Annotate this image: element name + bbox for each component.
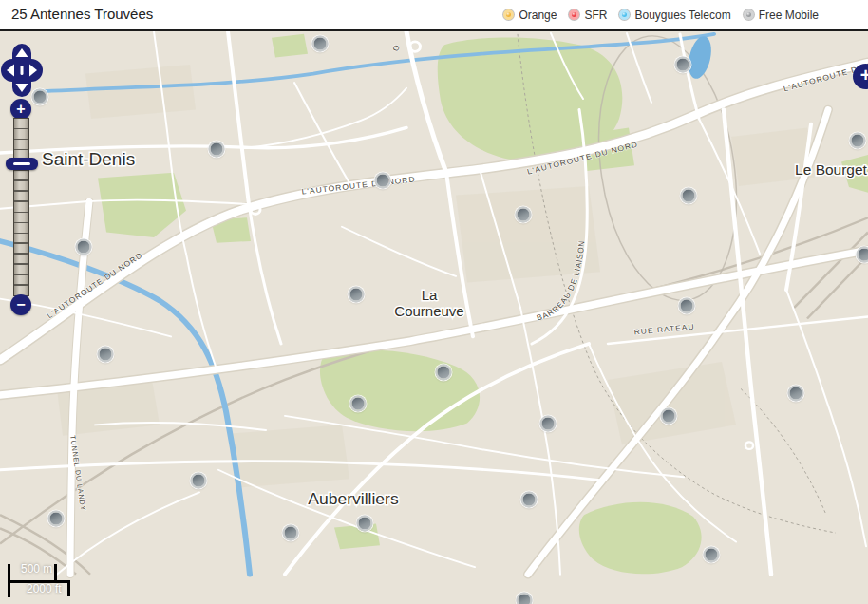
antenna-marker[interactable] bbox=[209, 142, 225, 158]
map-scale-bar: 500 m 2000 ft bbox=[8, 559, 95, 603]
antenna-marker[interactable] bbox=[76, 239, 92, 255]
legend-dot-icon bbox=[503, 9, 514, 20]
scale-metric-label: 500 m bbox=[21, 562, 52, 576]
legend-label: SFR bbox=[584, 9, 607, 22]
map-canvas[interactable]: L'AUTOROUTE DU NORD L'AUTOROUTE DU NORD … bbox=[0, 31, 868, 604]
zoom-slider-track[interactable] bbox=[13, 118, 29, 296]
antenna-marker[interactable] bbox=[436, 365, 452, 381]
antenna-marker[interactable] bbox=[850, 133, 866, 149]
legend-dot-icon bbox=[569, 9, 579, 20]
pan-control[interactable] bbox=[0, 43, 44, 102]
zoom-in-button[interactable]: + bbox=[10, 99, 31, 120]
antenna-marker[interactable] bbox=[675, 57, 691, 73]
antenna-marker[interactable] bbox=[681, 188, 697, 204]
city-label-le-bourget: Le Bourget bbox=[795, 161, 868, 178]
antenna-marker[interactable] bbox=[704, 547, 720, 563]
antenna-marker[interactable] bbox=[521, 492, 538, 508]
city-label-la: La bbox=[422, 288, 439, 303]
antenna-marker[interactable] bbox=[350, 396, 367, 412]
antenna-marker[interactable] bbox=[661, 408, 677, 425]
antenna-marker[interactable] bbox=[540, 416, 557, 432]
scale-tick-metric bbox=[54, 564, 57, 583]
zoom-slider-handle[interactable] bbox=[6, 158, 38, 170]
antenna-marker[interactable] bbox=[283, 525, 299, 541]
legend: OrangeSFRBouygues TelecomFree Mobile bbox=[503, 0, 819, 29]
legend-label: Orange bbox=[519, 9, 557, 22]
zoom-out-button[interactable]: − bbox=[10, 294, 31, 315]
legend-dot-icon bbox=[619, 9, 630, 20]
map-pan-zoom-control: + − bbox=[0, 31, 44, 316]
antenna-map-app: 25 Antennes Trouvées OrangeSFRBouygues T… bbox=[0, 0, 868, 604]
legend-item-free-mobile[interactable]: Free Mobile bbox=[744, 9, 819, 22]
legend-item-sfr[interactable]: SFR bbox=[569, 9, 607, 22]
legend-item-orange[interactable]: Orange bbox=[503, 9, 557, 22]
antenna-marker[interactable] bbox=[517, 593, 533, 604]
scale-tick-imperial bbox=[67, 580, 70, 596]
antenna-marker[interactable] bbox=[191, 473, 207, 489]
antenna-marker[interactable] bbox=[788, 386, 804, 402]
legend-dot-icon bbox=[744, 9, 754, 20]
antenna-marker[interactable] bbox=[98, 347, 114, 363]
city-label-saint-denis: Saint-Denis bbox=[42, 150, 135, 169]
city-label-courneuve: Courneuve bbox=[394, 304, 463, 319]
pan-center-dot bbox=[21, 66, 24, 75]
legend-label: Bouygues Telecom bbox=[634, 9, 730, 22]
antenna-marker[interactable] bbox=[357, 516, 373, 532]
antenna-marker[interactable] bbox=[349, 287, 365, 303]
antenna-marker[interactable] bbox=[516, 207, 532, 223]
header: 25 Antennes Trouvées OrangeSFRBouygues T… bbox=[0, 0, 868, 31]
legend-item-bouygues-telecom[interactable]: Bouygues Telecom bbox=[619, 9, 730, 22]
map-tiles: L'AUTOROUTE DU NORD L'AUTOROUTE DU NORD … bbox=[0, 31, 868, 604]
antenna-marker[interactable] bbox=[312, 36, 329, 52]
antenna-marker[interactable] bbox=[375, 173, 391, 189]
legend-label: Free Mobile bbox=[759, 9, 819, 22]
city-label-aubervilliers: Aubervilliers bbox=[308, 490, 398, 507]
antenna-marker[interactable] bbox=[48, 511, 65, 527]
scale-imperial-label: 2000 ft bbox=[27, 582, 62, 595]
page-title: 25 Antennes Trouvées bbox=[11, 6, 153, 22]
antenna-marker[interactable] bbox=[679, 298, 695, 314]
antenna-marker[interactable] bbox=[857, 247, 868, 263]
